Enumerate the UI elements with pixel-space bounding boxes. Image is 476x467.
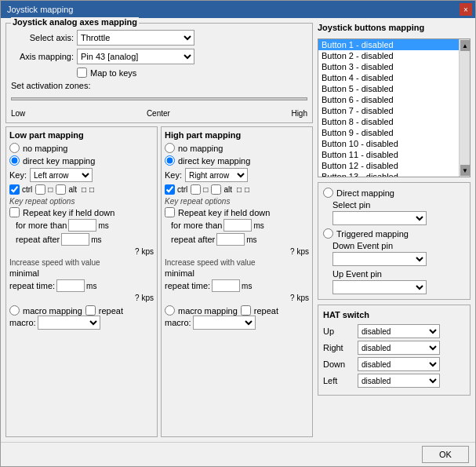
high-mapping-title: High part mapping	[165, 130, 309, 140]
low-macro-radio[interactable]	[9, 305, 20, 316]
high-minimal-label: minimal	[165, 268, 194, 278]
scrollbar[interactable]: ▲ ▼	[459, 39, 470, 177]
low-mapping-title: Low part mapping	[9, 130, 154, 140]
button-list-item[interactable]: Button 2 - disabled	[318, 50, 459, 61]
low-key-select[interactable]: Left arrow	[30, 168, 93, 182]
axis-select[interactable]: Throttle	[77, 30, 194, 46]
scroll-down-arrow[interactable]: ▼	[460, 165, 470, 176]
button-list-item[interactable]: Button 4 - disabled	[318, 72, 459, 83]
joystick-mapping-dialog: Joystick mapping × Joystick analog axes …	[0, 0, 476, 467]
hat-up-row: Up disabled	[323, 324, 465, 338]
high-key-select[interactable]: Right arrow	[185, 168, 248, 182]
high-macro-mapping-label: macro mapping	[178, 306, 238, 316]
triggered-mapping-row: Triggered mapping	[323, 228, 465, 239]
button-list-item[interactable]: Button 7 - disabled	[318, 105, 459, 116]
up-event-pin-label: Up Event pin	[332, 269, 465, 279]
low-speed-row: minimal	[9, 268, 154, 278]
low-repeat-held-row: Repeat key if held down	[9, 207, 154, 217]
button-list-item[interactable]: Button 6 - disabled	[318, 94, 459, 105]
high-ctrl-checkbox[interactable]	[165, 184, 175, 195]
high-no-mapping-radio[interactable]	[165, 143, 175, 153]
high-macro-select[interactable]	[193, 316, 256, 330]
slider-labels: Low Center High	[11, 109, 307, 118]
high-for-more-input[interactable]	[223, 219, 252, 232]
low-kps2-label: ? kps	[9, 294, 154, 302]
low-shift-checkbox[interactable]	[35, 184, 45, 195]
high-macro-radio[interactable]	[165, 305, 175, 316]
scroll-up-arrow[interactable]: ▲	[460, 40, 470, 51]
ok-button[interactable]: OK	[422, 446, 469, 463]
axis-group-title: Joystick analog axes mapping	[11, 17, 139, 27]
select-pin-select[interactable]	[332, 211, 427, 225]
low-repeat-section: Key repeat options	[9, 197, 154, 206]
select-pin-label: Select pin	[332, 200, 465, 210]
button-list-item[interactable]: Button 1 - disabled	[318, 39, 459, 50]
low-repeat-checkbox[interactable]	[85, 305, 96, 316]
low-macro-select[interactable]	[38, 316, 100, 330]
low-direct-key-radio[interactable]	[9, 155, 20, 166]
high-kps-label: ? kps	[165, 247, 309, 256]
button-mapping-section: Direct mapping Select pin Triggered mapp…	[318, 182, 471, 300]
high-direct-key-label: direct key mapping	[178, 156, 250, 166]
high-repeat-checkbox[interactable]	[241, 305, 251, 316]
hat-up-select[interactable]: disabled	[358, 324, 440, 338]
direct-mapping-radio[interactable]	[323, 188, 333, 198]
button-list-item[interactable]: Button 13 - disabled	[318, 171, 459, 177]
select-pin-group: Select pin	[332, 200, 465, 225]
low-repeat-after-input[interactable]	[61, 233, 89, 246]
select-axis-label: Select axis:	[11, 33, 74, 42]
button-list-item[interactable]: Button 5 - disabled	[318, 83, 459, 94]
low-repeat-time-input[interactable]	[56, 279, 85, 292]
low-macro-mapping-label: macro mapping	[23, 306, 82, 316]
high-shift-checkbox[interactable]	[191, 184, 201, 195]
high-repeat-after-row: repeat after ms	[165, 233, 309, 246]
low-no-mapping-row: no mapping	[9, 143, 154, 153]
low-key-row: Key: Left arrow	[9, 168, 154, 182]
low-ms3-label: ms	[86, 282, 96, 290]
map-to-keys-checkbox[interactable]	[77, 67, 87, 78]
low-modifier-row: ctrl □ alt □ □	[9, 184, 154, 195]
button-list-item[interactable]: Button 9 - disabled	[318, 127, 459, 138]
hat-left-select[interactable]: disabled	[358, 374, 440, 388]
buttons-list[interactable]: Button 1 - disabledButton 2 - disabledBu…	[318, 39, 459, 177]
high-repeat-held-checkbox[interactable]	[165, 207, 175, 217]
low-minimal-label: minimal	[9, 268, 39, 278]
high-speed-section: Increase speed with value	[165, 258, 309, 267]
triggered-mapping-radio[interactable]	[323, 228, 333, 239]
button-list-item[interactable]: Button 12 - disabled	[318, 160, 459, 171]
low-icon2: □	[89, 185, 94, 194]
close-button[interactable]: ×	[460, 3, 472, 16]
low-ctrl-label: ctrl	[22, 185, 32, 194]
low-repeat-held-checkbox[interactable]	[9, 207, 20, 217]
high-repeat-after-input[interactable]	[216, 233, 245, 246]
button-list-item[interactable]: Button 10 - disabled	[318, 138, 459, 149]
high-no-mapping-label: no mapping	[178, 144, 223, 153]
high-alt-checkbox[interactable]	[211, 184, 221, 195]
axis-mapping-select[interactable]: Pin 43 [analog]	[77, 49, 194, 64]
low-repeat-after-row: repeat after ms	[9, 233, 154, 246]
hat-right-select[interactable]: disabled	[358, 341, 440, 355]
low-alt-checkbox[interactable]	[56, 184, 66, 195]
button-list-item[interactable]: Button 8 - disabled	[318, 116, 459, 127]
event-pins-group: Down Event pin Up Event pin	[332, 241, 465, 294]
low-alt-label: alt	[68, 185, 77, 194]
up-event-pin-select[interactable]	[332, 280, 427, 294]
hat-down-select[interactable]: disabled	[358, 357, 440, 371]
slider-container	[11, 92, 307, 106]
high-for-more-label: for more than	[171, 221, 222, 230]
high-repeat-time-input[interactable]	[212, 279, 240, 292]
high-macro-row: macro mapping repeat	[165, 305, 309, 316]
low-ctrl-checkbox[interactable]	[9, 184, 20, 195]
button-list-item[interactable]: Button 3 - disabled	[318, 61, 459, 72]
low-kps-label: ? kps	[9, 247, 154, 256]
high-ms3-label: ms	[242, 282, 252, 290]
low-for-more-input[interactable]	[68, 219, 96, 232]
down-event-pin-select[interactable]	[332, 252, 427, 266]
map-to-keys-label: Map to keys	[90, 68, 136, 78]
low-no-mapping-radio[interactable]	[9, 143, 20, 153]
high-direct-key-radio[interactable]	[165, 155, 175, 166]
low-speed-section: Increase speed with value	[9, 258, 154, 267]
high-key-label: Key:	[165, 170, 182, 180]
buttons-title: Joystick buttons mapping	[318, 23, 471, 32]
button-list-item[interactable]: Button 11 - disabled	[318, 149, 459, 160]
